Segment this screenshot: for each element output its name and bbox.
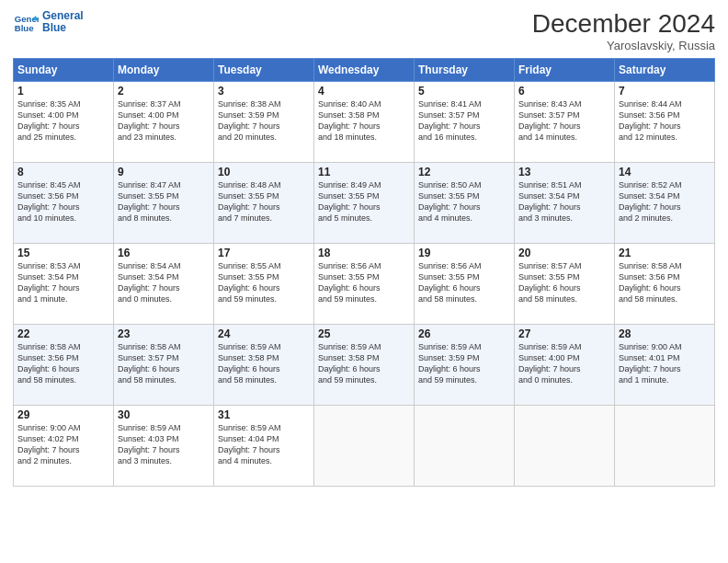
day-details: Sunrise: 8:48 AMSunset: 3:55 PMDaylight:… xyxy=(218,179,310,224)
day-details: Sunrise: 8:47 AMSunset: 3:55 PMDaylight:… xyxy=(118,179,210,224)
day-details: Sunrise: 8:59 AMSunset: 4:04 PMDaylight:… xyxy=(218,422,310,467)
day-number: 29 xyxy=(17,408,109,421)
logo-icon: General Blue xyxy=(13,9,39,35)
day-details: Sunrise: 8:51 AMSunset: 3:54 PMDaylight:… xyxy=(518,179,610,224)
day-number: 3 xyxy=(218,85,310,98)
day-cell: 16Sunrise: 8:54 AMSunset: 3:54 PMDayligh… xyxy=(114,244,214,325)
day-details: Sunrise: 8:44 AMSunset: 3:56 PMDaylight:… xyxy=(619,98,711,144)
day-cell xyxy=(415,406,515,487)
day-number: 12 xyxy=(418,166,510,178)
day-cell: 29Sunrise: 9:00 AMSunset: 4:02 PMDayligh… xyxy=(14,406,114,487)
col-header-saturday: Saturday xyxy=(615,59,715,82)
day-number: 25 xyxy=(318,327,410,340)
day-cell: 18Sunrise: 8:56 AMSunset: 3:55 PMDayligh… xyxy=(314,244,415,325)
day-details: Sunrise: 8:49 AMSunset: 3:55 PMDaylight:… xyxy=(318,179,410,224)
day-cell: 27Sunrise: 8:59 AMSunset: 4:00 PMDayligh… xyxy=(515,325,615,406)
calendar-table: SundayMondayTuesdayWednesdayThursdayFrid… xyxy=(13,58,715,487)
day-cell: 13Sunrise: 8:51 AMSunset: 3:54 PMDayligh… xyxy=(515,163,615,244)
month-title: December 2024 xyxy=(532,9,715,39)
day-details: Sunrise: 9:00 AMSunset: 4:01 PMDaylight:… xyxy=(619,341,711,386)
day-cell: 5Sunrise: 8:41 AMSunset: 3:57 PMDaylight… xyxy=(415,82,515,163)
day-details: Sunrise: 8:35 AMSunset: 4:00 PMDaylight:… xyxy=(17,98,109,144)
day-details: Sunrise: 9:00 AMSunset: 4:02 PMDaylight:… xyxy=(17,422,109,467)
day-details: Sunrise: 8:52 AMSunset: 3:54 PMDaylight:… xyxy=(619,179,711,224)
week-row-3: 15Sunrise: 8:53 AMSunset: 3:54 PMDayligh… xyxy=(14,244,715,325)
day-number: 18 xyxy=(318,247,410,259)
day-cell: 9Sunrise: 8:47 AMSunset: 3:55 PMDaylight… xyxy=(114,163,214,244)
day-details: Sunrise: 8:40 AMSunset: 3:58 PMDaylight:… xyxy=(318,98,410,144)
day-details: Sunrise: 8:45 AMSunset: 3:56 PMDaylight:… xyxy=(17,179,109,224)
week-row-2: 8Sunrise: 8:45 AMSunset: 3:56 PMDaylight… xyxy=(14,163,715,244)
day-cell: 25Sunrise: 8:59 AMSunset: 3:58 PMDayligh… xyxy=(314,325,415,406)
day-number: 9 xyxy=(118,166,210,178)
calendar-container: General Blue General Blue December 2024 … xyxy=(0,0,728,563)
day-cell: 30Sunrise: 8:59 AMSunset: 4:03 PMDayligh… xyxy=(114,406,214,487)
day-details: Sunrise: 8:55 AMSunset: 3:55 PMDaylight:… xyxy=(218,260,310,305)
day-number: 16 xyxy=(118,247,210,259)
day-number: 23 xyxy=(118,327,210,340)
col-header-sunday: Sunday xyxy=(14,59,114,82)
day-details: Sunrise: 8:43 AMSunset: 3:57 PMDaylight:… xyxy=(518,98,610,144)
day-number: 19 xyxy=(418,247,510,259)
day-number: 24 xyxy=(218,327,310,340)
day-number: 5 xyxy=(418,85,510,98)
header-row: SundayMondayTuesdayWednesdayThursdayFrid… xyxy=(14,59,715,82)
day-cell: 26Sunrise: 8:59 AMSunset: 3:59 PMDayligh… xyxy=(415,325,515,406)
day-details: Sunrise: 8:38 AMSunset: 3:59 PMDaylight:… xyxy=(218,98,310,144)
day-number: 6 xyxy=(518,85,610,98)
day-details: Sunrise: 8:59 AMSunset: 3:58 PMDaylight:… xyxy=(218,341,310,386)
day-number: 15 xyxy=(17,247,109,259)
col-header-wednesday: Wednesday xyxy=(314,59,415,82)
day-cell: 31Sunrise: 8:59 AMSunset: 4:04 PMDayligh… xyxy=(214,406,314,487)
day-details: Sunrise: 8:50 AMSunset: 3:55 PMDaylight:… xyxy=(418,179,510,224)
day-cell xyxy=(314,406,415,487)
location: Yaroslavskiy, Russia xyxy=(532,39,715,52)
day-cell: 20Sunrise: 8:57 AMSunset: 3:55 PMDayligh… xyxy=(515,244,615,325)
day-details: Sunrise: 8:58 AMSunset: 3:56 PMDaylight:… xyxy=(619,260,711,305)
day-number: 21 xyxy=(619,247,711,259)
day-number: 22 xyxy=(17,327,109,340)
week-row-4: 22Sunrise: 8:58 AMSunset: 3:56 PMDayligh… xyxy=(14,325,715,406)
day-cell: 2Sunrise: 8:37 AMSunset: 4:00 PMDaylight… xyxy=(114,82,214,163)
day-cell: 21Sunrise: 8:58 AMSunset: 3:56 PMDayligh… xyxy=(615,244,715,325)
logo: General Blue General Blue xyxy=(13,9,84,35)
title-block: December 2024 Yaroslavskiy, Russia xyxy=(532,9,715,52)
day-cell: 15Sunrise: 8:53 AMSunset: 3:54 PMDayligh… xyxy=(14,244,114,325)
day-cell: 1Sunrise: 8:35 AMSunset: 4:00 PMDaylight… xyxy=(14,82,114,163)
day-cell: 4Sunrise: 8:40 AMSunset: 3:58 PMDaylight… xyxy=(314,82,415,163)
day-cell: 22Sunrise: 8:58 AMSunset: 3:56 PMDayligh… xyxy=(14,325,114,406)
day-cell: 7Sunrise: 8:44 AMSunset: 3:56 PMDaylight… xyxy=(615,82,715,163)
day-details: Sunrise: 8:58 AMSunset: 3:57 PMDaylight:… xyxy=(118,341,210,386)
day-cell: 24Sunrise: 8:59 AMSunset: 3:58 PMDayligh… xyxy=(214,325,314,406)
day-cell: 10Sunrise: 8:48 AMSunset: 3:55 PMDayligh… xyxy=(214,163,314,244)
day-number: 4 xyxy=(318,85,410,98)
day-number: 7 xyxy=(619,85,711,98)
day-number: 27 xyxy=(518,327,610,340)
day-number: 31 xyxy=(218,408,310,421)
day-cell: 17Sunrise: 8:55 AMSunset: 3:55 PMDayligh… xyxy=(214,244,314,325)
day-number: 14 xyxy=(619,166,711,178)
day-number: 30 xyxy=(118,408,210,421)
day-number: 2 xyxy=(118,85,210,98)
day-cell: 3Sunrise: 8:38 AMSunset: 3:59 PMDaylight… xyxy=(214,82,314,163)
day-cell: 23Sunrise: 8:58 AMSunset: 3:57 PMDayligh… xyxy=(114,325,214,406)
day-cell: 12Sunrise: 8:50 AMSunset: 3:55 PMDayligh… xyxy=(415,163,515,244)
svg-text:Blue: Blue xyxy=(15,23,34,33)
col-header-monday: Monday xyxy=(114,59,214,82)
day-details: Sunrise: 8:56 AMSunset: 3:55 PMDaylight:… xyxy=(418,260,510,305)
day-number: 26 xyxy=(418,327,510,340)
day-details: Sunrise: 8:59 AMSunset: 3:58 PMDaylight:… xyxy=(318,341,410,386)
col-header-thursday: Thursday xyxy=(415,59,515,82)
day-cell: 6Sunrise: 8:43 AMSunset: 3:57 PMDaylight… xyxy=(515,82,615,163)
col-header-friday: Friday xyxy=(515,59,615,82)
day-details: Sunrise: 8:54 AMSunset: 3:54 PMDaylight:… xyxy=(118,260,210,305)
day-number: 10 xyxy=(218,166,310,178)
day-cell: 14Sunrise: 8:52 AMSunset: 3:54 PMDayligh… xyxy=(615,163,715,244)
day-details: Sunrise: 8:59 AMSunset: 4:03 PMDaylight:… xyxy=(118,422,210,467)
day-number: 11 xyxy=(318,166,410,178)
day-details: Sunrise: 8:59 AMSunset: 3:59 PMDaylight:… xyxy=(418,341,510,386)
logo-text: General Blue xyxy=(42,10,84,34)
day-cell: 19Sunrise: 8:56 AMSunset: 3:55 PMDayligh… xyxy=(415,244,515,325)
day-details: Sunrise: 8:56 AMSunset: 3:55 PMDaylight:… xyxy=(318,260,410,305)
header: General Blue General Blue December 2024 … xyxy=(13,9,715,52)
